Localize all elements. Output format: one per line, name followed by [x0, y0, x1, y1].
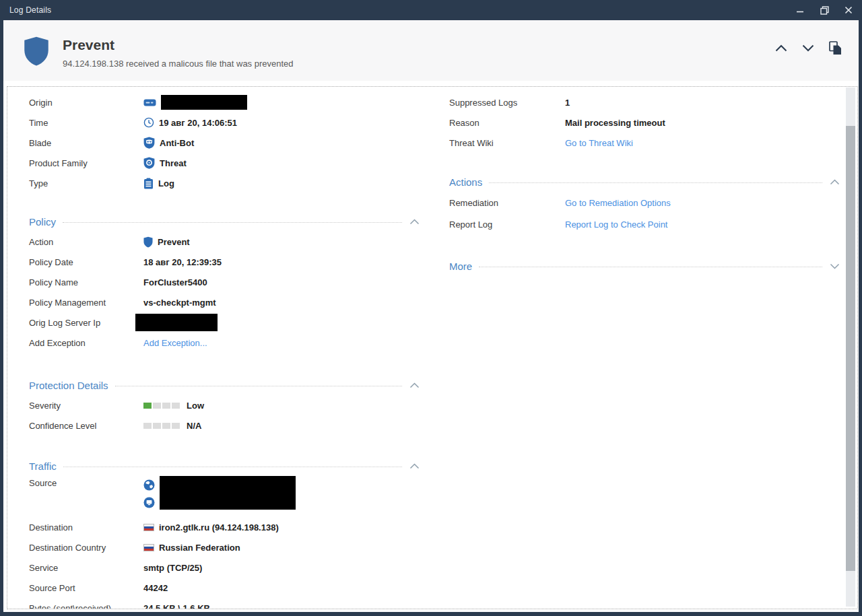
vertical-scrollbar[interactable] — [846, 88, 855, 607]
add-exception-link[interactable]: Add Exception... — [143, 338, 207, 348]
field-label: Policy Date — [29, 257, 143, 267]
threat-badge-icon — [143, 157, 155, 169]
left-column: Origin Time — [29, 92, 420, 609]
field-row-policy-management: Policy Management vs-checkpt-mgmt — [29, 292, 420, 312]
field-row-product-family: Product Family Threat — [29, 153, 420, 173]
field-label: Severity — [29, 401, 143, 411]
field-row-blade: Blade Anti-Bot — [29, 133, 420, 153]
field-value: Russian Federation — [159, 543, 240, 553]
field-value: 44242 — [143, 583, 168, 593]
log-header: Prevent 94.124.198.138 received a malico… — [3, 20, 859, 81]
field-row-action: Action Prevent — [29, 232, 420, 252]
log-details-window: Log Details Prevent 94.124.198.138 re — [0, 0, 862, 616]
field-value: N/A — [187, 421, 201, 431]
host-icon — [143, 497, 155, 508]
section-title: Traffic — [29, 460, 57, 472]
dotted-leader — [489, 182, 822, 183]
copy-button[interactable] — [828, 40, 842, 55]
log-content: Origin Time — [3, 81, 859, 612]
section-title: Protection Details — [29, 380, 108, 391]
header-controls — [774, 40, 842, 55]
titlebar: Log Details — [0, 0, 862, 20]
log-fields-panel: Origin Time — [7, 86, 858, 609]
flag-russia-icon — [143, 524, 154, 531]
field-label: Reason — [449, 118, 565, 128]
expand-chevron-down-icon[interactable] — [829, 261, 840, 271]
window-body: Prevent 94.124.198.138 received a malico… — [3, 20, 859, 612]
threat-wiki-link[interactable]: Go to Threat Wiki — [565, 138, 633, 148]
collapse-chevron-up-icon[interactable] — [409, 460, 420, 471]
shield-icon — [143, 236, 153, 248]
field-label: Threat Wiki — [449, 138, 565, 148]
field-label: Source — [29, 476, 143, 488]
clock-icon — [143, 117, 154, 128]
window-controls — [795, 5, 854, 15]
field-value: ForCluster5400 — [143, 277, 207, 287]
page-title: Prevent — [63, 37, 294, 53]
section-protection-details-header: Protection Details — [29, 375, 420, 395]
close-button[interactable] — [843, 5, 854, 15]
field-value: Low — [187, 401, 204, 411]
field-value: 19 авг 20, 14:06:51 — [159, 118, 237, 128]
window-title: Log Details — [9, 5, 51, 15]
collapse-chevron-up-icon[interactable] — [409, 216, 420, 227]
field-row-destination-country: Destination Country Russian Federation — [29, 537, 420, 557]
field-value: vs-checkpt-mgmt — [143, 298, 216, 308]
field-label: Report Log — [449, 219, 565, 230]
report-log-link[interactable]: Report Log to Check Point — [565, 219, 667, 230]
field-value: iron2.gtlk.ru (94.124.198.138) — [159, 522, 279, 533]
globe-icon — [143, 479, 155, 491]
collapse-chevron-up-icon[interactable] — [829, 176, 840, 187]
field-row-type: Type Log — [29, 173, 420, 193]
confidence-level-bar — [143, 423, 180, 429]
field-row-confidence-level: Confidence Level N/A — [29, 415, 420, 436]
field-value: 24.5 KB \ 1.6 KB — [143, 603, 210, 610]
scrollbar-thumb[interactable] — [846, 126, 855, 571]
field-row-origin: Origin — [29, 92, 420, 112]
field-value: Anti-Bot — [160, 138, 194, 148]
log-description: 94.124.198.138 received a malicous file … — [63, 59, 294, 69]
flag-russia-icon — [143, 544, 154, 551]
field-row-severity: Severity Low — [29, 395, 420, 415]
previous-log-button[interactable] — [774, 40, 789, 55]
section-title: More — [449, 261, 472, 272]
field-row-suppressed-logs: Suppressed Logs 1 — [449, 92, 840, 112]
redacted-server-ip-value — [135, 314, 218, 331]
field-label: Product Family — [29, 158, 143, 168]
field-row-source-port: Source Port 44242 — [29, 578, 420, 598]
log-document-icon — [143, 178, 154, 189]
section-traffic-header: Traffic — [29, 456, 420, 476]
field-row-threat-wiki: Threat Wiki Go to Threat Wiki — [449, 133, 840, 153]
field-value: Log — [158, 178, 174, 189]
field-label: Action — [29, 237, 143, 247]
field-label: Orig Log Server Ip — [29, 318, 143, 328]
field-row-time: Time 19 авг 20, 14:06:51 — [29, 112, 420, 133]
dotted-leader — [115, 386, 402, 386]
section-actions-header: Actions — [449, 172, 840, 192]
field-row-bytes: Bytes (sent\received) 24.5 KB \ 1.6 KB — [29, 598, 420, 609]
field-value: 18 авг 20, 12:39:35 — [143, 257, 222, 267]
anti-bot-icon — [143, 137, 155, 149]
field-label: Source Port — [29, 583, 143, 593]
field-label: Time — [29, 118, 143, 128]
field-label: Blade — [29, 138, 143, 148]
field-row-source: Source — [29, 476, 420, 515]
field-label: Service — [29, 563, 143, 573]
dotted-leader — [479, 267, 822, 267]
header-text: Prevent 94.124.198.138 received a malico… — [63, 33, 294, 69]
dotted-leader — [63, 222, 402, 223]
field-value: 1 — [565, 98, 570, 108]
field-value: Mail processing timeout — [565, 118, 665, 128]
field-label: Add Exception — [29, 338, 143, 348]
redacted-origin-value — [161, 95, 247, 110]
restore-button[interactable] — [819, 5, 830, 15]
dotted-leader — [63, 467, 402, 467]
prevent-shield-icon — [24, 36, 49, 67]
remediation-options-link[interactable]: Go to Remediation Options — [565, 198, 671, 208]
redacted-source-value — [160, 476, 296, 510]
field-row-add-exception: Add Exception Add Exception... — [29, 333, 420, 353]
field-row-reason: Reason Mail processing timeout — [449, 112, 840, 133]
next-log-button[interactable] — [801, 40, 816, 55]
minimize-button[interactable] — [795, 5, 805, 15]
collapse-chevron-up-icon[interactable] — [409, 380, 420, 390]
